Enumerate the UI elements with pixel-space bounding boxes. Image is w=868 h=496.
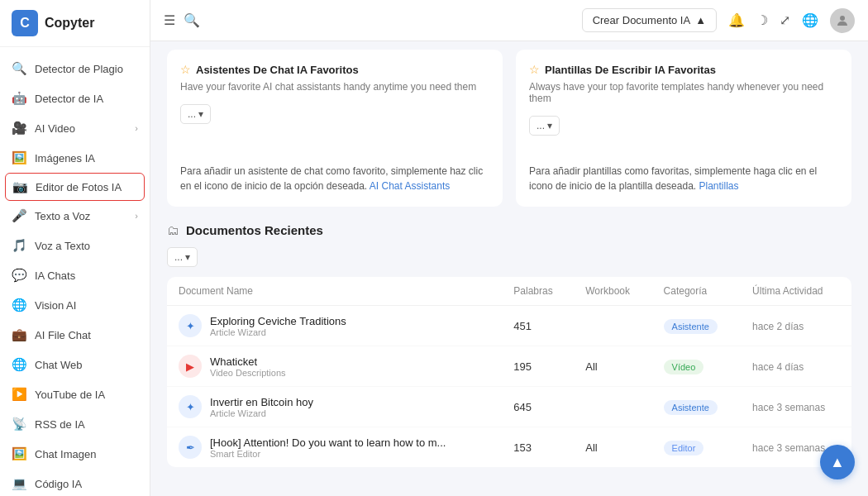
doc-title-0[interactable]: Exploring Ceviche Traditions [210, 315, 346, 327]
doc-actividad-1: hace 4 días [741, 346, 851, 387]
ia-chats-icon: 💬 [12, 268, 26, 283]
chevron-down-icon: ▾ [198, 108, 203, 120]
arrow-icon: › [135, 123, 138, 133]
content-area: ☆ Asistentes De Chat IA Favoritos Have y… [150, 41, 868, 496]
documents-table-wrap: Document Name Palabras Workbook Categorí… [167, 277, 851, 467]
sidebar-item-ia-chats[interactable]: 💬 IA Chats [0, 260, 150, 290]
sidebar-label-ai-video: AI Video [35, 122, 75, 135]
table-row: ▶ Whaticket Video Descriptions 195 All V… [167, 346, 851, 387]
sidebar-item-detector-ia[interactable]: 🤖 Detector de IA [0, 83, 150, 113]
doc-title-3[interactable]: [Hook] Attention! Do you want to learn h… [210, 436, 446, 449]
doc-name-cell-1: ▶ Whaticket Video Descriptions [167, 346, 502, 387]
avatar[interactable] [830, 8, 855, 33]
dark-mode-icon[interactable]: ☽ [756, 12, 768, 28]
sidebar-item-rss-ia[interactable]: 📡 RSS de IA [0, 409, 150, 439]
doc-subtitle-1: Video Descriptions [210, 368, 286, 378]
card-subtitle-2: Always have your top favorite templates … [529, 81, 838, 104]
documents-table: Document Name Palabras Workbook Categorí… [167, 277, 851, 467]
rss-ia-icon: 📡 [12, 417, 26, 432]
doc-icon-2: ✦ [179, 395, 202, 418]
editor-fotos-ia-icon: 📷 [12, 179, 27, 194]
doc-actividad-0: hace 2 días [741, 306, 851, 346]
section-header: 🗂 Documentos Recientes [167, 223, 851, 237]
sidebar-item-chat-web[interactable]: 🌐 Chat Web [0, 350, 150, 379]
sidebar-label-imagenes-ia: Imágenes IA [35, 152, 95, 165]
sidebar-label-texto-a-voz: Texto a Voz [35, 210, 90, 222]
dots-label: ... [188, 108, 196, 120]
sidebar-item-ai-video[interactable]: 🎥 AI Video › [0, 113, 150, 143]
col-ultima-actividad: Última Actividad [741, 277, 851, 306]
sidebar-label-chat-web: Chat Web [35, 359, 83, 371]
imagenes-ia-icon: 🖼️ [12, 150, 26, 165]
doc-workbook-2 [574, 387, 651, 427]
sidebar-label-detector-plagio: Detector de Plagio [35, 63, 123, 75]
table-row: ✦ Invertir en Bitcoin hoy Article Wizard… [167, 387, 851, 427]
doc-categoria-1: Vídeo [652, 346, 742, 387]
col-workbook: Workbook [574, 277, 651, 306]
youtube-ia-icon: ▶️ [12, 387, 26, 402]
card-title: Asistentes De Chat IA Favoritos [196, 64, 359, 76]
fab-button[interactable]: ▲ [820, 445, 855, 479]
svg-point-0 [840, 16, 845, 21]
doc-title-1[interactable]: Whaticket [210, 355, 286, 368]
sidebar-label-voz-a-texto: Voz a Texto [35, 240, 90, 252]
search-icon[interactable]: 🔍 [184, 12, 200, 28]
sidebar-item-codigo-ia[interactable]: 💻 Código IA [0, 469, 150, 496]
sidebar-item-ai-file-chat[interactable]: 💼 AI File Chat [0, 320, 150, 350]
time-text-1: hace 4 días [752, 361, 804, 373]
template-star-icon: ☆ [529, 63, 540, 76]
docs-chevron-icon: ▾ [185, 251, 190, 263]
categoria-badge-2: Asistente [664, 400, 718, 415]
doc-categoria-0: Asistente [652, 306, 742, 346]
chat-imagen-icon: 🖼️ [12, 446, 26, 461]
star-icon: ☆ [180, 63, 191, 76]
time-text-2: hace 3 semanas [752, 402, 825, 413]
doc-actividad-2: hace 3 semanas [741, 387, 851, 427]
doc-icon-3: ✒ [179, 436, 202, 459]
plantillas-link[interactable]: Plantillas [699, 180, 739, 192]
docs-dots-label: ... [174, 251, 183, 263]
sidebar-item-imagenes-ia[interactable]: 🖼️ Imágenes IA [0, 143, 150, 173]
menu-icon[interactable]: ☰ [164, 12, 175, 28]
col-document-name: Document Name [167, 277, 502, 306]
docs-toolbar: ... ▾ [167, 247, 851, 267]
sidebar-item-chat-imagen[interactable]: 🖼️ Chat Imagen [0, 439, 150, 469]
arrow-icon: › [135, 211, 138, 221]
sidebar-item-detector-plagio[interactable]: 🔍 Detector de Plagio [0, 54, 150, 83]
doc-subtitle-2: Article Wizard [210, 408, 313, 418]
card-dots-button[interactable]: ... ▾ [180, 104, 211, 124]
notifications-icon[interactable]: 🔔 [728, 12, 745, 28]
doc-subtitle-3: Smart Editor [210, 449, 446, 459]
fab-icon: ▲ [830, 454, 845, 471]
col-palabras: Palabras [502, 277, 574, 306]
doc-icon-0: ✦ [179, 314, 202, 337]
chat-assistants-link[interactable]: AI Chat Assistants [370, 180, 450, 192]
sidebar-item-voz-a-texto[interactable]: 🎵 Voz a Texto [0, 231, 150, 260]
sidebar-item-texto-a-voz[interactable]: 🎤 Texto a Voz › [0, 201, 150, 231]
doc-categoria-3: Editor [652, 427, 742, 468]
table-header-row: Document Name Palabras Workbook Categorí… [167, 277, 851, 306]
chat-web-icon: 🌐 [12, 357, 26, 372]
doc-name-cell-2: ✦ Invertir en Bitcoin hoy Article Wizard [167, 387, 502, 427]
doc-subtitle-0: Article Wizard [210, 327, 346, 337]
doc-categoria-2: Asistente [652, 387, 742, 427]
doc-title-2[interactable]: Invertir en Bitcoin hoy [210, 396, 313, 408]
docs-dots-button[interactable]: ... ▾ [167, 247, 198, 267]
card-bottom-text: Para añadir un asistente de chat como fa… [180, 164, 489, 193]
voz-a-texto-icon: 🎵 [12, 238, 26, 253]
doc-palabras-0: 451 [502, 306, 574, 346]
sidebar-item-youtube-ia[interactable]: ▶️ YouTube de IA [0, 379, 150, 409]
crear-documento-button[interactable]: Crear Documento IA ▲ [582, 8, 717, 32]
expand-icon[interactable]: ⤢ [780, 12, 790, 28]
table-row: ✦ Exploring Ceviche Traditions Article W… [167, 306, 851, 346]
doc-palabras-2: 645 [502, 387, 574, 427]
sidebar-label-ai-file-chat: AI File Chat [35, 329, 91, 341]
sidebar-item-editor-fotos-ia[interactable]: 📷 Editor de Fotos IA [5, 173, 145, 201]
card-dots-button-2[interactable]: ... ▾ [529, 116, 560, 136]
sidebar-label-editor-fotos-ia: Editor de Fotos IA [36, 181, 122, 193]
chat-assistants-card: ☆ Asistentes De Chat IA Favoritos Have y… [167, 50, 503, 207]
logo-area[interactable]: C Copyter [0, 0, 150, 47]
sidebar-item-vision-ai[interactable]: 🌐 Vision AI [0, 290, 150, 320]
language-icon[interactable]: 🌐 [802, 12, 818, 28]
categoria-badge-0: Asistente [664, 319, 718, 334]
